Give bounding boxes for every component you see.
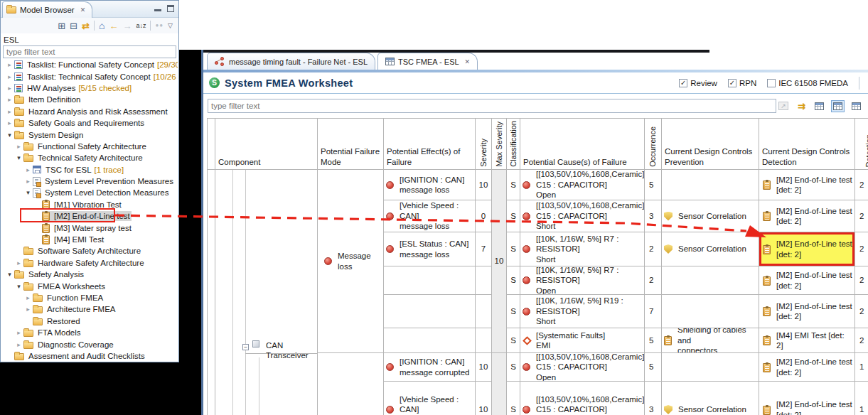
detection-value-cell[interactable]: 2 xyxy=(855,328,868,353)
tree-item[interactable]: ▸Tasklist: Technical Safety Concept[10/2… xyxy=(1,70,178,82)
tree-expander-icon[interactable]: ▾ xyxy=(23,189,33,196)
tree-item[interactable]: ▾Safety Analysis xyxy=(1,269,178,280)
severity-cell[interactable]: 0 xyxy=(476,200,492,232)
detection-cell[interactable]: [M2] End-of-Line test[det: 2] xyxy=(759,295,855,328)
forward-icon[interactable]: → xyxy=(122,21,132,31)
severity-cell[interactable]: 10 xyxy=(476,382,492,415)
classification-cell[interactable]: S xyxy=(507,382,520,415)
failure-mode-cell[interactable] xyxy=(318,353,384,415)
prevention-cell[interactable] xyxy=(662,353,759,382)
tree-expander-icon[interactable]: ▸ xyxy=(5,108,14,115)
tree-item[interactable]: ▾System Design xyxy=(1,129,178,140)
occurrence-cell[interactable]: 5 xyxy=(645,328,662,353)
tree-item[interactable]: ▸Diagnostic Coverage xyxy=(1,338,178,350)
tree-expander-icon[interactable]: ▸ xyxy=(23,294,33,301)
tree-expander-icon[interactable]: ▸ xyxy=(23,166,33,173)
tree-expander-icon[interactable]: ▸ xyxy=(23,178,33,185)
tree-item[interactable]: ▸FTA Models xyxy=(1,327,178,338)
option-iec-fmeda[interactable]: IEC 61508 FMEDA xyxy=(767,79,848,87)
close-icon[interactable]: ✕ xyxy=(80,6,86,14)
tree-expander-icon[interactable]: ▸ xyxy=(14,329,23,336)
effect-cell[interactable]: [Vehicle Speed : CAN]message loss xyxy=(384,200,476,232)
collapse-all-icon[interactable]: ⊟ xyxy=(70,21,77,31)
tree-expander-icon[interactable]: ▾ xyxy=(14,154,23,161)
link-with-editor-icon[interactable]: ⇄ xyxy=(82,21,90,31)
back-icon[interactable]: ← xyxy=(109,21,118,31)
tree-item[interactable]: ▸Functional Safety Architecture xyxy=(1,141,178,152)
tree-expander-icon[interactable]: ▸ xyxy=(5,119,14,126)
detection-cell[interactable]: [M2] End-of-Line test[det: 2] xyxy=(759,382,855,415)
detection-value-cell[interactable]: 2 xyxy=(855,266,868,295)
tree-expander-icon[interactable]: ▾ xyxy=(14,283,23,290)
minimize-icon[interactable] xyxy=(154,5,161,11)
iec-fmeda-checkbox[interactable] xyxy=(767,79,776,87)
failure-mode-cell[interactable]: Message loss xyxy=(318,170,384,353)
tree-item[interactable]: ▾FMEA Worksheets xyxy=(1,280,178,291)
effect-cell[interactable]: [IGNITION : CAN]message corrupted xyxy=(384,353,476,382)
detection-cell[interactable]: [M2] End-of-Line test[det: 2] xyxy=(759,232,855,266)
expand-all-icon[interactable]: ⊞ xyxy=(58,21,65,31)
collapse-expander-icon[interactable]: − xyxy=(242,344,249,350)
occurrence-cell[interactable]: 2 xyxy=(645,266,662,295)
tree-expander-icon[interactable]: ▸ xyxy=(5,73,14,80)
tree-item[interactable]: [M3] Water spray test xyxy=(1,222,178,233)
tree-item[interactable]: ▸Hardware Safety Architecture xyxy=(1,257,178,269)
tree-item[interactable]: ▸System Level Prevention Measures xyxy=(1,176,178,187)
classification-cell[interactable]: S xyxy=(507,170,520,200)
tree-item[interactable]: ▸Architecture FMEA xyxy=(1,303,178,315)
close-icon[interactable]: ✕ xyxy=(465,58,471,65)
tree-expander-icon[interactable]: ▸ xyxy=(5,61,14,68)
option-review[interactable]: ✓ Review xyxy=(679,79,717,87)
tree-item[interactable]: ▾System Level Detection Measures xyxy=(1,187,178,198)
cause-cell[interactable]: [[103,50V,10%,1608,Ceramic]C15 : CAPACIT… xyxy=(520,353,645,382)
tree-item[interactable]: Restored xyxy=(1,316,178,327)
effect-cell[interactable]: [IGNITION : CAN]message loss xyxy=(384,170,476,200)
effect-cell[interactable] xyxy=(384,328,476,353)
occurrence-cell[interactable]: 3 xyxy=(645,200,662,232)
max-severity-cell[interactable] xyxy=(492,353,507,415)
tree-item[interactable]: ▸HW Analyses[5/15 checked] xyxy=(1,82,178,94)
tree-expander-icon[interactable]: ▸ xyxy=(14,341,23,348)
classification-cell[interactable]: S xyxy=(507,353,520,382)
classification-cell[interactable]: S xyxy=(507,328,520,353)
detection-cell[interactable]: [M2] End-of-Line test[det: 2] xyxy=(759,200,855,232)
cause-cell[interactable]: [[103,50V,10%,1608,Ceramic]C15 : CAPACIT… xyxy=(520,200,645,232)
prevention-cell[interactable] xyxy=(662,295,759,328)
tree-filter-input[interactable] xyxy=(4,46,176,58)
max-severity-cell[interactable]: 10 xyxy=(492,170,507,353)
effect-cell[interactable] xyxy=(384,295,476,328)
cause-cell[interactable]: [Systematic Faults]EMI xyxy=(520,328,645,353)
detection-value-cell[interactable]: 2 xyxy=(855,232,868,266)
tab-failure-net[interactable]: message timing fault - Failure Net - ESL xyxy=(207,53,375,70)
tree-item[interactable]: ▸Tasklist: Functional Safety Concept[29/… xyxy=(1,59,178,70)
occurrence-cell[interactable]: 2 xyxy=(645,232,662,266)
tree-filter-field[interactable] xyxy=(3,45,176,58)
cause-cell[interactable]: [[103,50V,10%,1608,Ceramic]C15 : CAPACIT… xyxy=(520,170,645,200)
tab-tsc-fmea[interactable]: TSC FMEA - ESL ✕ xyxy=(377,53,478,70)
severity-cell[interactable]: 10 xyxy=(476,170,492,200)
tree-item[interactable]: ▸Hazard Analysis and Risk Assessment xyxy=(1,106,178,117)
cause-cell[interactable]: [[10K, 1/16W, 5%] R7 :RESISTOR]Short xyxy=(520,232,645,266)
sort-az-icon[interactable]: a↓z xyxy=(136,23,146,29)
prevention-cell[interactable]: Sensor Correlation xyxy=(662,200,759,232)
detection-value-cell[interactable]: 1 xyxy=(855,382,868,415)
component-node[interactable]: −CANTransceiver xyxy=(242,340,309,361)
tree-item[interactable]: [M4] EMI Test xyxy=(1,234,178,245)
prevention-cell[interactable] xyxy=(662,170,759,200)
detection-value-cell[interactable]: 2 xyxy=(855,170,868,200)
rpn-checkbox[interactable]: ✓ xyxy=(728,79,736,87)
layout-compact-button[interactable] xyxy=(813,101,825,112)
occurrence-cell[interactable]: 7 xyxy=(645,295,662,328)
tree-item[interactable]: [M1] Vibration Test xyxy=(1,199,178,210)
option-rpn[interactable]: ✓ RPN xyxy=(728,79,756,87)
effect-cell[interactable] xyxy=(384,266,476,295)
effect-cell[interactable]: [Vehicle Speed : CAN]message corrupted xyxy=(384,382,476,415)
detection-cell[interactable]: [M4] EMI Test [det: 2] xyxy=(759,328,855,353)
home-icon[interactable]: ⌂ xyxy=(99,21,105,31)
occurrence-cell[interactable]: 3 xyxy=(645,382,662,415)
table-filter-field[interactable] xyxy=(208,99,776,113)
tree-item[interactable]: ▾Technical Safety Architecture xyxy=(1,152,178,163)
expand-columns-button[interactable]: ⇉ xyxy=(796,99,807,113)
detach-view-button[interactable]: ↗ xyxy=(777,100,790,112)
tree-expander-icon[interactable]: ▸ xyxy=(14,259,23,266)
